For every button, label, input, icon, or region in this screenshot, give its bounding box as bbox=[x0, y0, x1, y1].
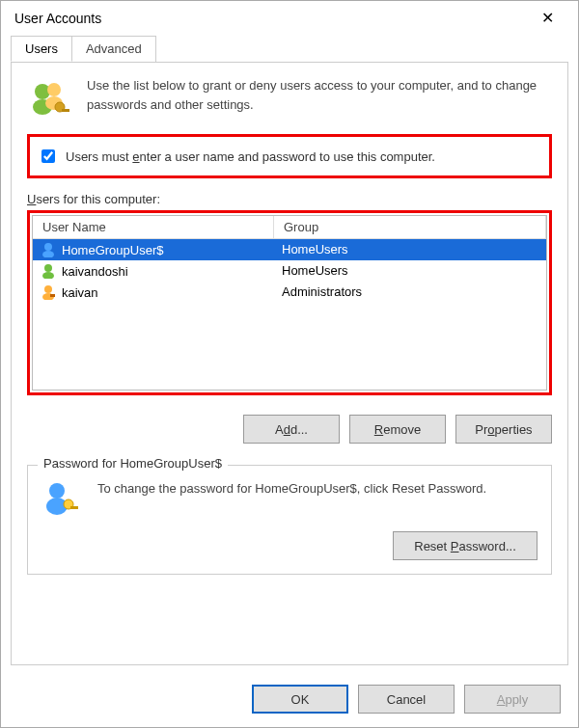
tab-content-users: Use the list below to grant or deny user… bbox=[11, 62, 568, 665]
user-accounts-window: User Accounts ✕ Users Advanced Use the l… bbox=[0, 0, 579, 728]
remove-button[interactable]: Remove bbox=[349, 415, 446, 444]
require-login-row: Users must enter a user name and passwor… bbox=[27, 134, 552, 178]
key-user-icon bbox=[41, 479, 84, 522]
intro-row: Use the list below to grant or deny user… bbox=[27, 76, 552, 122]
svg-point-9 bbox=[42, 272, 54, 279]
user-icon bbox=[41, 284, 56, 300]
user-icon bbox=[41, 242, 56, 257]
username-cell: kaivan bbox=[62, 285, 98, 300]
users-list-label: Users for this computer: bbox=[27, 192, 552, 206]
table-row[interactable]: kaivan Administrators bbox=[33, 282, 546, 303]
username-cell: kaivandoshi bbox=[62, 264, 128, 279]
require-login-checkbox[interactable] bbox=[41, 149, 55, 163]
password-section-legend: Password for HomeGroupUser$ bbox=[38, 456, 228, 471]
svg-point-7 bbox=[42, 251, 54, 257]
table-row[interactable]: kaivandoshi HomeUsers bbox=[33, 260, 546, 282]
properties-button[interactable]: Properties bbox=[455, 415, 552, 444]
password-text: To change the password for HomeGroupUser… bbox=[97, 479, 538, 522]
user-buttons-row: Add... Remove Properties bbox=[27, 415, 552, 444]
users-list[interactable]: User Name Group HomeGroupUser$ HomeUsers bbox=[32, 215, 547, 391]
group-cell: HomeUsers bbox=[274, 263, 546, 279]
svg-rect-16 bbox=[70, 506, 78, 509]
svg-point-2 bbox=[47, 83, 61, 96]
users-keys-icon bbox=[27, 76, 73, 122]
username-cell: HomeGroupUser$ bbox=[62, 243, 164, 257]
svg-point-8 bbox=[44, 264, 52, 272]
cancel-button[interactable]: Cancel bbox=[358, 685, 455, 714]
apply-button: Apply bbox=[464, 685, 561, 714]
group-cell: Administrators bbox=[274, 284, 546, 300]
window-title: User Accounts bbox=[14, 11, 101, 26]
add-button[interactable]: Add... bbox=[243, 415, 340, 444]
svg-rect-12 bbox=[50, 294, 55, 297]
reset-password-button[interactable]: Reset Password... bbox=[393, 531, 538, 560]
col-header-username[interactable]: User Name bbox=[33, 216, 274, 239]
tab-advanced[interactable]: Advanced bbox=[71, 36, 156, 62]
table-row[interactable]: HomeGroupUser$ HomeUsers bbox=[33, 239, 546, 260]
users-list-highlight: User Name Group HomeGroupUser$ HomeUsers bbox=[27, 210, 552, 395]
tab-bar: Users Advanced bbox=[11, 36, 568, 63]
svg-point-6 bbox=[44, 243, 52, 251]
svg-point-10 bbox=[44, 285, 52, 293]
svg-point-13 bbox=[49, 483, 65, 499]
group-cell: HomeUsers bbox=[274, 242, 546, 257]
titlebar: User Accounts ✕ bbox=[1, 1, 578, 35]
users-list-header: User Name Group bbox=[33, 216, 546, 239]
col-header-group[interactable]: Group bbox=[274, 216, 546, 239]
close-icon[interactable]: ✕ bbox=[528, 9, 566, 27]
svg-rect-5 bbox=[62, 109, 69, 112]
password-section: Password for HomeGroupUser$ To change th… bbox=[27, 465, 552, 575]
intro-text: Use the list below to grant or deny user… bbox=[87, 76, 552, 122]
dialog-buttons: OK Cancel Apply bbox=[1, 675, 578, 727]
require-login-label[interactable]: Users must enter a user name and passwor… bbox=[66, 149, 435, 164]
tab-users[interactable]: Users bbox=[11, 36, 72, 62]
ok-button[interactable]: OK bbox=[252, 685, 348, 714]
user-icon bbox=[41, 263, 56, 279]
